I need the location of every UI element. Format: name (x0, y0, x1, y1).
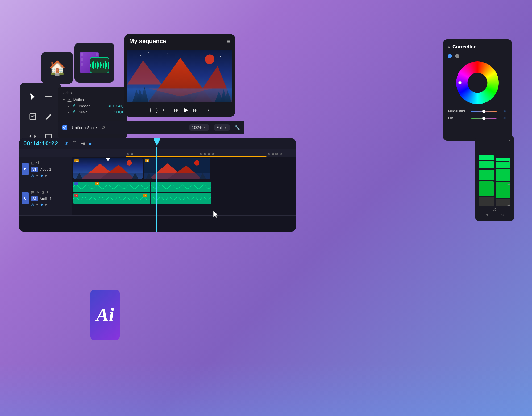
motion-label: Motion (73, 98, 84, 102)
svg-rect-2 (45, 134, 52, 138)
go-out-icon[interactable]: ⟶ (203, 107, 210, 113)
play-button[interactable]: ▶ (184, 106, 188, 113)
vu-channel-1 (479, 139, 494, 207)
vu-db-labels: 0 -6 -12 -12 (506, 139, 510, 207)
correction-dot-active[interactable] (448, 54, 452, 58)
clip1-fx-badge: fx (74, 159, 79, 162)
ai-text: Ai (96, 304, 114, 326)
svg-point-14 (207, 52, 207, 52)
a1-vol-left[interactable]: ◄ (35, 203, 39, 207)
sequence-title: My sequence (129, 38, 166, 45)
reset-icon[interactable]: ↺ (102, 125, 105, 130)
pen-tool[interactable] (42, 110, 55, 123)
timeline-tools: ✴ ⌒ ⇥ ◆ (65, 140, 92, 147)
a1-m-label[interactable]: M (36, 190, 40, 195)
track-header-a1: 6 ⊟ M S 🎙 A1 Audio 1 ◎ ◄ ◆ ► (19, 181, 72, 215)
a1-label: A1 (31, 196, 38, 201)
vu-db-unit: dB (493, 208, 496, 211)
mark-out-icon[interactable]: } (156, 107, 158, 113)
a1-vol-right[interactable]: ► (45, 203, 48, 207)
marker-tool[interactable]: ◆ (89, 141, 92, 146)
svg-rect-4 (81, 53, 83, 56)
sequence-menu-icon[interactable]: ≡ (227, 38, 230, 44)
tint-label: Tint (448, 116, 469, 120)
audio-fx-badge2: fx (143, 194, 147, 197)
svg-rect-34 (73, 173, 143, 179)
v1-vol-right[interactable]: ► (45, 174, 48, 178)
mark-in-icon[interactable]: { (150, 107, 151, 113)
video-clip-2[interactable]: fx (144, 158, 210, 179)
step-forward-icon[interactable]: ⏭ (193, 107, 198, 113)
ai-badge: Ai (90, 290, 120, 340)
go-in-icon[interactable]: ⟵ (163, 107, 169, 113)
track-eye-icon[interactable]: 👁 (36, 160, 41, 165)
zoom-select[interactable]: 100% ▼ (189, 124, 209, 131)
correction-collapse[interactable]: ∨ (448, 45, 450, 49)
uniform-scale-label: Uniform Scale (72, 125, 97, 130)
temperature-slider[interactable] (471, 111, 497, 112)
color-wheel[interactable] (456, 61, 499, 104)
track-row-v1: 6 ⊟ 👁 V1 Video 1 ◎ ◄ ◆ ► (19, 157, 296, 181)
svg-rect-0 (45, 96, 52, 97)
reflection (0, 363, 532, 416)
svg-point-13 (167, 53, 168, 54)
trim-tool[interactable] (42, 90, 55, 103)
range-marker (267, 156, 296, 157)
audio-clip-r[interactable]: R fx (73, 193, 211, 204)
v1-vol-left[interactable]: ◄ (35, 174, 39, 178)
correction-title: Correction (452, 44, 477, 50)
svg-rect-41 (144, 173, 210, 179)
vu-bars: 0 -6 -12 -12 (479, 139, 510, 207)
track-row-a1: 6 ⊟ M S 🎙 A1 Audio 1 ◎ ◄ ◆ ► (19, 181, 296, 216)
vu-label-6: -6 (506, 161, 510, 164)
a1-mic-icon[interactable]: 🎙 (46, 190, 51, 195)
ruler-mark-5: 00:00:05:00 (200, 153, 215, 156)
v1-label: V1 (31, 167, 38, 172)
track-lock-a1[interactable]: 6 (22, 192, 29, 204)
timeline-container: 00:14:10:22 ✴ ⌒ ⇥ ◆ 00:00 00:00:05:00 00… (19, 138, 296, 232)
track-lock-v1[interactable]: 6 (22, 163, 29, 175)
vu-meter: 0 -6 -12 -12 dB S S (475, 136, 514, 221)
ripple-tool[interactable]: ⇥ (81, 141, 85, 146)
uniform-scale-checkbox[interactable] (62, 125, 67, 130)
a1-vol-center[interactable]: ◆ (40, 203, 43, 207)
wrench-icon[interactable]: 🔧 (235, 125, 240, 130)
svg-point-15 (220, 56, 221, 57)
temperature-row: Temperature 0,0 (448, 109, 507, 113)
playhead[interactable] (156, 147, 157, 232)
track-sync-icon: ⊟ (31, 160, 34, 166)
step-back-icon[interactable]: ⏮ (174, 107, 179, 113)
sequence-header: My sequence ≡ (124, 34, 235, 48)
sequence-controls: { } ⟵ ⏮ ▶ ⏭ ⟶ (124, 103, 235, 117)
cursor (213, 210, 219, 218)
lasso-tool[interactable] (26, 110, 39, 123)
svg-rect-44 (73, 193, 211, 204)
svg-rect-6 (81, 63, 83, 66)
svg-point-11 (140, 55, 141, 56)
audio-clip-l[interactable]: L fx (73, 182, 211, 192)
v1-vol-center[interactable]: ◆ (40, 174, 43, 178)
track-header-v1: 6 ⊟ 👁 V1 Video 1 ◎ ◄ ◆ ► (19, 157, 72, 181)
home-icon[interactable]: 🏠 (49, 60, 66, 76)
clip2-fx-badge: fx (145, 159, 149, 162)
wheel-dot[interactable] (458, 81, 462, 84)
temperature-label: Temperature (448, 109, 469, 113)
ruler-mark-10: 00:00:10:00 (267, 153, 282, 156)
correction-dot-inactive[interactable] (455, 54, 459, 58)
ruler-mark-0: 00:00 (126, 153, 133, 156)
tint-slider[interactable] (471, 118, 497, 119)
link-tool[interactable]: ⌒ (72, 140, 77, 147)
snap-tool[interactable]: ✴ (65, 141, 69, 146)
zoom-arrow-icon: ▼ (203, 126, 206, 129)
video-clip-1[interactable]: fx (73, 158, 143, 179)
a1-s-label[interactable]: S (42, 190, 44, 195)
vu-label-12a: -12 (506, 182, 510, 185)
media-panel (74, 43, 114, 83)
quality-select[interactable]: Full ▼ (214, 124, 230, 131)
track-content-a1: L fx R fx (72, 181, 296, 215)
select-tool[interactable] (26, 90, 39, 103)
clip-in-marker (106, 158, 110, 161)
audio-icon (90, 57, 109, 73)
vu-footer-s2: S (501, 213, 504, 217)
position-value: 540,0 540, (107, 104, 123, 108)
